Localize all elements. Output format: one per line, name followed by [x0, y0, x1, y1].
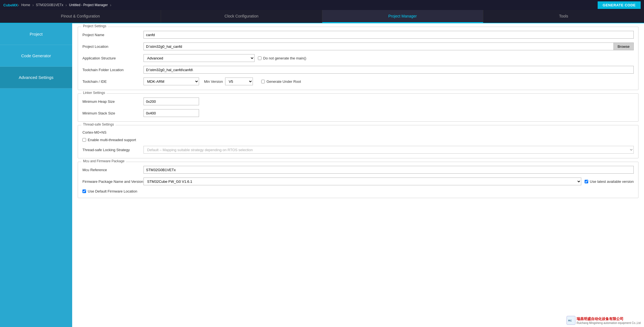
mcu-firmware-legend: Mcu and Firmware Package [81, 159, 126, 163]
min-version-group: Min Version V4 V5 V6 [204, 78, 253, 85]
tab-project-manager[interactable]: Project Manager [322, 10, 483, 23]
tab-clock[interactable]: Clock Configuration [161, 10, 322, 23]
min-stack-row: Minimum Stack Size [82, 109, 634, 117]
toolchain-ide-row: Toolchain / IDE MDK-ARM STM32CubeIDE Mak… [82, 78, 634, 85]
min-heap-label: Minimum Heap Size [82, 99, 144, 104]
enable-multi-thread-label: Enable multi-threaded support [88, 138, 136, 142]
project-location-row: Project Location Browse [82, 43, 634, 50]
app-structure-select[interactable]: Basic Advanced [144, 54, 255, 62]
toolchain-ide-label: Toolchain / IDE [82, 79, 144, 84]
generate-code-button[interactable]: GENERATE CODE [598, 1, 641, 9]
mcu-ref-row: Mcu Reference [82, 166, 634, 174]
watermark-text: 瑞昌明盛自动化设备有限公司 Ruichang Mingsheng automat… [577, 316, 641, 324]
mcu-ref-label: Mcu Reference [82, 168, 144, 172]
linker-settings-section: Linker Settings Minimum Heap Size Minimu… [78, 93, 638, 122]
generate-under-root-group: Generate Under Root [261, 79, 301, 84]
use-default-fw-label: Use Default Firmware Location [88, 189, 137, 193]
generate-under-root-checkbox[interactable] [261, 80, 265, 83]
svg-text:RC: RC [568, 319, 572, 322]
breadcrumb-project: Untitled - Project Manager [67, 3, 110, 7]
breadcrumb-mcu[interactable]: STM32G0B1VETx [34, 3, 66, 7]
min-stack-label: Minimum Stack Size [82, 111, 144, 115]
project-name-input[interactable] [144, 31, 634, 39]
mcu-firmware-section: Mcu and Firmware Package Mcu Reference F… [78, 162, 638, 198]
content-area: Project Settings Project Name Project Lo… [72, 23, 644, 327]
toolchain-folder-row: Toolchain Folder Location [82, 66, 634, 74]
cortex-label: Cortex-M0+NS [82, 129, 634, 134]
min-version-select[interactable]: V4 V5 V6 [225, 78, 253, 85]
sidebar-item-project[interactable]: Project [0, 23, 72, 45]
main-layout: Project Code Generator Advanced Settings… [0, 23, 644, 327]
min-heap-input[interactable] [144, 98, 199, 105]
sidebar: Project Code Generator Advanced Settings [0, 23, 72, 327]
use-latest-checkbox[interactable] [585, 180, 588, 183]
generate-under-root-label: Generate Under Root [266, 79, 301, 84]
watermark-logo: RC [567, 316, 575, 325]
min-heap-row: Minimum Heap Size [82, 98, 634, 105]
project-settings-section: Project Settings Project Name Project Lo… [78, 27, 638, 90]
browse-button[interactable]: Browse [614, 43, 634, 50]
project-location-group: Browse [144, 43, 634, 50]
locking-strategy-row: Thread-safe Locking Strategy Default – M… [82, 146, 634, 154]
project-location-label: Project Location [82, 44, 144, 49]
min-stack-input[interactable] [144, 109, 199, 117]
cubemx-logo: CubeMX [3, 3, 18, 7]
do-not-generate-main-label: Do not generate the main() [263, 56, 306, 60]
do-not-generate-main-checkbox[interactable] [258, 56, 261, 60]
min-version-label: Min Version [204, 79, 223, 84]
locking-strategy-label: Thread-safe Locking Strategy [82, 148, 144, 152]
locking-strategy-select[interactable]: Default – Mapping suitable strategy depe… [144, 146, 634, 154]
toolchain-folder-label: Toolchain Folder Location [82, 68, 144, 72]
toolchain-folder-input[interactable] [144, 66, 634, 74]
thread-safe-section: Thread-safe Settings Cortex-M0+NS Enable… [78, 125, 638, 158]
sidebar-item-advanced-settings[interactable]: Advanced Settings [0, 67, 72, 88]
tab-bar: Pinout & Configuration Clock Configurati… [0, 10, 644, 23]
fw-package-row: Firmware Package Name and Version STM32C… [82, 178, 634, 185]
top-bar: CubeMX › Home › STM32G0B1VETx › Untitled… [0, 0, 644, 10]
breadcrumb-home[interactable]: Home [19, 3, 32, 7]
app-structure-label: Application Structure [82, 56, 144, 60]
watermark: RC 瑞昌明盛自动化设备有限公司 Ruichang Mingsheng auto… [567, 316, 641, 325]
use-default-fw-group: Use Default Firmware Location [82, 189, 137, 193]
project-name-row: Project Name [82, 31, 634, 39]
use-default-fw-row: Use Default Firmware Location [82, 189, 634, 193]
fw-package-select[interactable]: STM32Cube FW_G0 V1.6.1 [144, 178, 581, 185]
breadcrumb: CubeMX › Home › STM32G0B1VETx › Untitled… [3, 3, 111, 7]
toolchain-row: MDK-ARM STM32CubeIDE Makefile SW4STM32 M… [144, 78, 301, 85]
enable-thread-row: Enable multi-threaded support [82, 138, 634, 142]
linker-settings-legend: Linker Settings [81, 91, 107, 95]
toolchain-ide-select[interactable]: MDK-ARM STM32CubeIDE Makefile SW4STM32 [144, 78, 199, 85]
tab-tools[interactable]: Tools [483, 10, 644, 23]
use-default-fw-checkbox[interactable] [82, 189, 86, 193]
enable-multi-thread-checkbox[interactable] [82, 138, 86, 142]
sidebar-item-code-generator[interactable]: Code Generator [0, 45, 72, 67]
do-not-generate-main-group: Do not generate the main() [258, 56, 306, 60]
project-settings-legend: Project Settings [81, 24, 108, 28]
project-location-input[interactable] [144, 43, 614, 50]
app-structure-row: Application Structure Basic Advanced Do … [82, 54, 634, 62]
project-name-label: Project Name [82, 33, 144, 37]
use-latest-group: Use latest available version [585, 179, 634, 184]
fw-package-label: Firmware Package Name and Version [82, 179, 144, 184]
tab-pinout[interactable]: Pinout & Configuration [0, 10, 161, 23]
thread-safe-legend: Thread-safe Settings [81, 123, 115, 126]
use-latest-label: Use latest available version [590, 179, 634, 184]
mcu-ref-input[interactable] [144, 166, 634, 174]
